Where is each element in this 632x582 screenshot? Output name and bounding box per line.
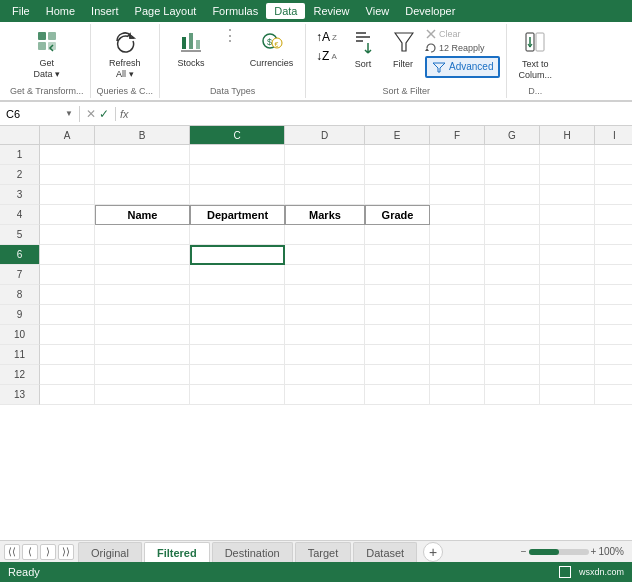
cell-g7[interactable] [485, 265, 540, 285]
menu-view[interactable]: View [358, 3, 398, 19]
row-header-1[interactable]: 1 [0, 145, 40, 165]
col-header-d[interactable]: D [285, 126, 365, 144]
advanced-button[interactable]: Advanced [425, 56, 500, 78]
cell-e6[interactable] [365, 245, 430, 265]
cell-h1[interactable] [540, 145, 595, 165]
cell-i2[interactable] [595, 165, 632, 185]
refresh-all-button[interactable]: RefreshAll ▾ [104, 26, 146, 83]
sort-za-button[interactable]: ↓Z A [312, 47, 341, 65]
row-header-6[interactable]: 6 [0, 245, 40, 265]
cell-c5[interactable] [190, 225, 285, 245]
name-box[interactable]: C6 ▼ [0, 106, 80, 122]
col-header-c[interactable]: C [190, 126, 285, 144]
row-header-3[interactable]: 3 [0, 185, 40, 205]
cell-b6[interactable] [95, 245, 190, 265]
col-header-g[interactable]: G [485, 126, 540, 144]
cell-i1[interactable] [595, 145, 632, 165]
formula-input[interactable] [133, 106, 632, 122]
cell-i7[interactable] [595, 265, 632, 285]
cell-d3[interactable] [285, 185, 365, 205]
cell-g2[interactable] [485, 165, 540, 185]
cell-a3[interactable] [40, 185, 95, 205]
sheet-nav-next[interactable]: ⟩ [40, 544, 56, 560]
sheet-nav-prev[interactable]: ⟨ [22, 544, 38, 560]
col-header-f[interactable]: F [430, 126, 485, 144]
menu-page-layout[interactable]: Page Layout [127, 3, 205, 19]
cell-g3[interactable] [485, 185, 540, 205]
row-header-13[interactable]: 13 [0, 385, 40, 405]
sheet-tab-dataset[interactable]: Dataset [353, 542, 417, 562]
cell-c7[interactable] [190, 265, 285, 285]
zoom-out-icon[interactable]: − [521, 546, 527, 557]
cell-i5[interactable] [595, 225, 632, 245]
col-header-a[interactable]: A [40, 126, 95, 144]
currencies-button[interactable]: $ € Currencies [244, 26, 299, 72]
col-header-b[interactable]: B [95, 126, 190, 144]
reapply-button[interactable]: 12 Reapply [425, 42, 500, 54]
cell-e4-grade[interactable]: Grade [365, 205, 430, 225]
sheet-tab-filtered[interactable]: Filtered [144, 542, 210, 562]
sheet-nav-first[interactable]: ⟨⟨ [4, 544, 20, 560]
cell-e3[interactable] [365, 185, 430, 205]
row-header-4[interactable]: 4 [0, 205, 40, 225]
cell-h3[interactable] [540, 185, 595, 205]
row-header-9[interactable]: 9 [0, 305, 40, 325]
cell-i4[interactable] [595, 205, 632, 225]
cell-d6[interactable] [285, 245, 365, 265]
cell-h7[interactable] [540, 265, 595, 285]
stocks-button[interactable]: Stocks [166, 26, 216, 72]
menu-review[interactable]: Review [305, 3, 357, 19]
cell-h2[interactable] [540, 165, 595, 185]
cell-d4-marks[interactable]: Marks [285, 205, 365, 225]
col-header-e[interactable]: E [365, 126, 430, 144]
row-header-7[interactable]: 7 [0, 265, 40, 285]
cell-f7[interactable] [430, 265, 485, 285]
cell-a7[interactable] [40, 265, 95, 285]
row-header-2[interactable]: 2 [0, 165, 40, 185]
cell-a4[interactable] [40, 205, 95, 225]
cell-a2[interactable] [40, 165, 95, 185]
confirm-formula-icon[interactable]: ✓ [99, 107, 109, 121]
cancel-formula-icon[interactable]: ✕ [86, 107, 96, 121]
sort-button[interactable]: Sort [345, 26, 381, 73]
cell-i3[interactable] [595, 185, 632, 205]
col-header-i[interactable]: I [595, 126, 632, 144]
filter-button[interactable]: Filter [385, 26, 421, 73]
menu-insert[interactable]: Insert [83, 3, 127, 19]
cell-e2[interactable] [365, 165, 430, 185]
row-header-12[interactable]: 12 [0, 365, 40, 385]
cell-f3[interactable] [430, 185, 485, 205]
cell-c4-department[interactable]: Department [190, 205, 285, 225]
row-header-5[interactable]: 5 [0, 225, 40, 245]
cell-h5[interactable] [540, 225, 595, 245]
cell-f6[interactable] [430, 245, 485, 265]
row-header-10[interactable]: 10 [0, 325, 40, 345]
cell-h6[interactable] [540, 245, 595, 265]
cell-h4[interactable] [540, 205, 595, 225]
cell-e1[interactable] [365, 145, 430, 165]
clear-button[interactable]: Clear [425, 28, 500, 40]
row-header-11[interactable]: 11 [0, 345, 40, 365]
cell-g5[interactable] [485, 225, 540, 245]
cell-c1[interactable] [190, 145, 285, 165]
row-header-8[interactable]: 8 [0, 285, 40, 305]
col-header-h[interactable]: H [540, 126, 595, 144]
cell-c6-selected[interactable] [190, 245, 285, 265]
cell-b5[interactable] [95, 225, 190, 245]
cell-b7[interactable] [95, 265, 190, 285]
cell-c2[interactable] [190, 165, 285, 185]
text-to-columns-button[interactable]: Text toColum... [513, 26, 557, 84]
cell-a6[interactable] [40, 245, 95, 265]
cell-g1[interactable] [485, 145, 540, 165]
cell-b4-name[interactable]: Name [95, 205, 190, 225]
sheet-tab-target[interactable]: Target [295, 542, 352, 562]
cell-b1[interactable] [95, 145, 190, 165]
menu-home[interactable]: Home [38, 3, 83, 19]
cell-f5[interactable] [430, 225, 485, 245]
add-sheet-button[interactable]: + [423, 542, 443, 562]
sheet-nav-last[interactable]: ⟩⟩ [58, 544, 74, 560]
cell-d2[interactable] [285, 165, 365, 185]
menu-file[interactable]: File [4, 3, 38, 19]
menu-formulas[interactable]: Formulas [204, 3, 266, 19]
cell-f4[interactable] [430, 205, 485, 225]
